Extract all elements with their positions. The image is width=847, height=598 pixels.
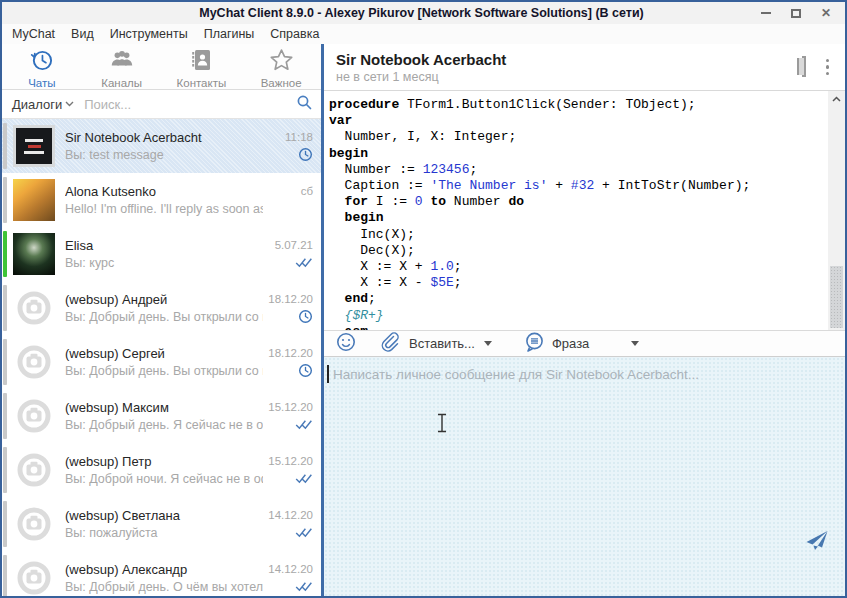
split-panel-button[interactable] (802, 58, 806, 76)
tab-chats[interactable]: Чаты (2, 44, 82, 89)
code-line: {$R+} (329, 308, 822, 324)
code-line: asm (329, 324, 822, 330)
more-options-button[interactable] (826, 59, 830, 76)
tab-contacts-label: Контакты (177, 77, 227, 89)
insert-button[interactable]: Вставить... (409, 336, 492, 351)
chat-list-item[interactable]: (websup) СветланаВы: пожалуйста14.12.20 (2, 497, 321, 551)
conversation-header: Sir Notebook Acerbacht не в сети 1 месяц (324, 44, 845, 91)
attach-icon[interactable] (378, 331, 400, 357)
menubar: MyChat Вид Инструменты Плагины Справка (2, 24, 845, 44)
search-input[interactable]: Поиск... (84, 97, 296, 112)
close-icon: ✕ (821, 6, 831, 20)
chat-time: 15.12.20 (268, 455, 313, 467)
presence-status: не в сети 1 месяц (336, 70, 802, 84)
dialogs-filter-dropdown[interactable]: Диалоги (12, 97, 62, 112)
code-line: var (329, 113, 822, 129)
chat-list-item[interactable]: Alona KutsenkoHello! I'm offline. I'll r… (2, 173, 321, 227)
phrase-button[interactable]: Фраза (524, 332, 589, 356)
send-button[interactable] (805, 530, 829, 556)
chat-list-item[interactable]: (websup) СергейВы: Добрый день. Вы откры… (2, 335, 321, 389)
chat-list-item[interactable]: (websup) АндрейВы: Добрый день. Вы откры… (2, 281, 321, 335)
text-caret (327, 365, 329, 383)
menu-plugins[interactable]: Плагины (204, 27, 255, 41)
chat-name: Alona Kutsenko (65, 184, 263, 199)
split-panel-icon (802, 56, 806, 77)
search-row: Диалоги Поиск... (2, 90, 321, 119)
sidebar: Чаты Каналы Контакты (2, 44, 321, 596)
avatar (13, 503, 55, 545)
avatar (13, 557, 55, 596)
code-line: Caption := 'The Number is' + #32 + IntTo… (329, 178, 822, 194)
minimize-icon (761, 12, 771, 14)
chat-name: (websup) Светлана (65, 508, 263, 523)
chat-time: 14.12.20 (268, 563, 313, 575)
composer-toolbar: Вставить... Фраза (324, 330, 845, 357)
scroll-up-icon[interactable] (828, 91, 845, 107)
tab-important[interactable]: Важное (241, 44, 321, 89)
history-clock-icon (29, 48, 54, 76)
chat-list: Sir Notebook AcerbachtВы: test message11… (2, 119, 321, 596)
tab-important-label: Важное (261, 77, 302, 89)
chat-list-item[interactable]: Sir Notebook AcerbachtВы: test message11… (2, 119, 321, 173)
menu-tools[interactable]: Инструменты (110, 27, 188, 41)
chevron-down-icon[interactable] (65, 101, 74, 107)
emoji-button[interactable] (336, 332, 356, 356)
presence-bar (3, 393, 7, 439)
minimize-button[interactable] (751, 3, 781, 23)
chat-preview: Вы: Добрый день. Я сейчас не в офи... (65, 418, 263, 432)
code-line: procedure TForm1.Button1Click(Sender: TO… (329, 97, 822, 113)
code-line: end; (329, 291, 822, 307)
presence-bar (3, 555, 7, 596)
phrase-dropdown-button[interactable] (631, 341, 639, 346)
search-icon[interactable] (296, 94, 313, 115)
scrollbar-track[interactable] (828, 107, 845, 314)
presence-bar (3, 447, 7, 493)
app-window: MyChat Client 8.9.0 - Alexey Pikurov [Ne… (0, 0, 847, 598)
conversation-title: Sir Notebook Acerbacht (336, 51, 802, 68)
avatar (13, 341, 55, 383)
chat-preview: Вы: test message (65, 148, 263, 162)
code-line: for I := 0 to Number do (329, 194, 822, 210)
tab-contacts[interactable]: Контакты (162, 44, 242, 89)
code-line: Number, I, X: Integer; (329, 129, 822, 145)
code-line: Inc(X); (329, 227, 822, 243)
vertical-scrollbar[interactable] (828, 91, 845, 330)
chat-preview: Вы: Доброй ночи. Я сейчас не в офи... (65, 472, 263, 486)
people-icon (109, 48, 135, 76)
scrollbar-thumb[interactable] (830, 266, 843, 328)
chat-preview: Hello! I'm offline. I'll reply as soon a… (65, 202, 263, 216)
chat-list-item[interactable]: ElisaВы: курс5.07.21 (2, 227, 321, 281)
maximize-button[interactable] (781, 3, 811, 23)
message-input[interactable]: Написать личное сообщение для Sir Notebo… (324, 357, 845, 596)
code-line: Dec(X); (329, 243, 822, 259)
chat-list-item[interactable]: (websup) МаксимВы: Добрый день. Я сейчас… (2, 389, 321, 443)
chat-list-item[interactable]: (websup) АлександрВы: Добрый день. О чём… (2, 551, 321, 596)
window-title: MyChat Client 8.9.0 - Alexey Pikurov [Ne… (2, 6, 751, 20)
chat-time: 18.12.20 (268, 347, 313, 359)
avatar (13, 233, 55, 275)
read-doublecheck-icon (295, 579, 313, 594)
star-icon (269, 48, 294, 76)
message-history: procedure TForm1.Button1Click(Sender: TO… (324, 91, 845, 330)
chat-time: 18.12.20 (268, 293, 313, 305)
chat-list-item[interactable]: (websup) ПетрВы: Доброй ночи. Я сейчас н… (2, 443, 321, 497)
menu-help[interactable]: Справка (270, 27, 319, 41)
menu-view[interactable]: Вид (71, 27, 94, 41)
read-doublecheck-icon (295, 525, 313, 540)
menu-mychat[interactable]: MyChat (12, 27, 55, 41)
titlebar: MyChat Client 8.9.0 - Alexey Pikurov [Ne… (2, 2, 845, 24)
tab-channels[interactable]: Каналы (82, 44, 162, 89)
chat-preview: Вы: пожалуйста (65, 526, 263, 540)
presence-bar (3, 231, 7, 277)
phrase-bubble-icon (524, 332, 545, 356)
chat-time: сб (301, 185, 313, 197)
chat-time: 15.12.20 (268, 401, 313, 413)
avatar (13, 287, 55, 329)
tab-chats-label: Чаты (28, 77, 55, 89)
avatar (13, 395, 55, 437)
read-doublecheck-icon (295, 417, 313, 432)
presence-bar (3, 285, 7, 331)
chat-name: (websup) Петр (65, 454, 263, 469)
address-book-icon (189, 48, 213, 76)
close-button[interactable]: ✕ (811, 3, 841, 23)
